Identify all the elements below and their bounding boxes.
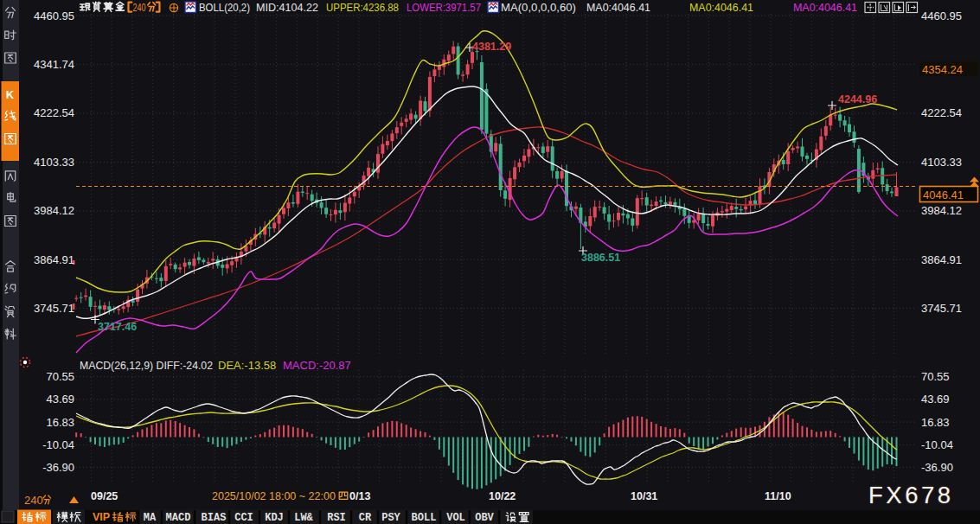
svg-text:DEA:-13.58: DEA:-13.58 (218, 359, 276, 372)
svg-text:MACD(26,12,9) DIFF:-24.02: MACD(26,12,9) DIFF:-24.02 (80, 359, 213, 372)
svg-text:4460.95: 4460.95 (34, 10, 74, 22)
svg-text:FX678: FX678 (868, 482, 954, 508)
svg-text:43.69: 43.69 (46, 393, 74, 406)
svg-text:3745.71: 3745.71 (921, 302, 962, 315)
svg-text:43.69: 43.69 (921, 393, 950, 406)
svg-text:-36.90: -36.90 (921, 461, 953, 474)
svg-text:CR: CR (359, 512, 372, 524)
svg-text:4341.74: 4341.74 (34, 58, 74, 71)
svg-text:16.83: 16.83 (46, 416, 74, 429)
svg-text:MA0:4046.41: MA0:4046.41 (586, 1, 650, 14)
svg-text:MA(0,0,0,0,60): MA(0,0,0,0,60) (501, 1, 576, 14)
svg-text:4381.29: 4381.29 (472, 41, 511, 53)
svg-text:3886.51: 3886.51 (581, 252, 620, 264)
svg-text:VIP: VIP (93, 511, 110, 523)
svg-text:-10.04: -10.04 (921, 438, 953, 451)
svg-text:70.55: 70.55 (46, 370, 74, 383)
svg-text:PSY: PSY (381, 512, 400, 524)
svg-text:3745.71: 3745.71 (34, 302, 74, 315)
svg-text:10/31: 10/31 (631, 490, 657, 502)
svg-text:3984.12: 3984.12 (34, 204, 74, 217)
svg-text:10/22: 10/22 (489, 490, 516, 502)
svg-text:MID:4104.22: MID:4104.22 (256, 1, 318, 14)
svg-text:RSI: RSI (327, 512, 346, 524)
svg-text:K: K (6, 88, 15, 101)
svg-text:3984.12: 3984.12 (921, 204, 962, 217)
svg-text:OBV: OBV (475, 512, 494, 524)
svg-text:3717.46: 3717.46 (98, 321, 137, 333)
svg-text:2025/10/02 18:00 ~ 22:00: 2025/10/02 18:00 ~ 22:00 (212, 490, 336, 502)
svg-text:MA: MA (144, 512, 157, 524)
svg-text:4222.54: 4222.54 (34, 106, 74, 119)
svg-text:LOWER:3971.57: LOWER:3971.57 (407, 1, 481, 14)
svg-text:4046.41: 4046.41 (923, 189, 964, 201)
svg-text:MACD:-20.87: MACD:-20.87 (283, 359, 351, 372)
svg-text:70.55: 70.55 (921, 370, 950, 383)
svg-text:240: 240 (24, 494, 43, 507)
svg-text:-10.04: -10.04 (42, 438, 74, 451)
svg-text:09/25: 09/25 (91, 490, 118, 502)
svg-text:BOLL: BOLL (412, 512, 437, 524)
svg-text:CCI: CCI (234, 512, 253, 524)
svg-text:3864.91: 3864.91 (921, 253, 962, 266)
svg-text:MA0:4046.41: MA0:4046.41 (689, 1, 753, 14)
svg-text:-36.90: -36.90 (42, 461, 74, 474)
svg-text:VOL: VOL (446, 512, 465, 524)
svg-text:4460.95: 4460.95 (921, 10, 962, 22)
svg-text:3864.91: 3864.91 (34, 253, 74, 266)
svg-text:UPPER:4236.88: UPPER:4236.88 (326, 1, 399, 14)
svg-text:BOLL(20,2): BOLL(20,2) (199, 1, 250, 14)
svg-text:MACD: MACD (166, 512, 191, 524)
svg-text:MA0:4046.41: MA0:4046.41 (793, 1, 857, 14)
svg-text:KDJ: KDJ (265, 512, 284, 524)
svg-text:4354.24: 4354.24 (922, 63, 963, 76)
svg-text:LW&: LW& (294, 512, 313, 524)
svg-text:4103.33: 4103.33 (34, 156, 74, 169)
svg-text:4222.54: 4222.54 (921, 106, 962, 119)
svg-text:4244.96: 4244.96 (838, 93, 877, 105)
svg-text:0/13: 0/13 (349, 490, 370, 502)
svg-text:16.83: 16.83 (921, 416, 950, 429)
svg-text:4103.33: 4103.33 (921, 156, 962, 169)
svg-text:240: 240 (133, 1, 146, 14)
svg-text:BIAS: BIAS (202, 512, 227, 524)
svg-text:11/10: 11/10 (765, 490, 791, 502)
